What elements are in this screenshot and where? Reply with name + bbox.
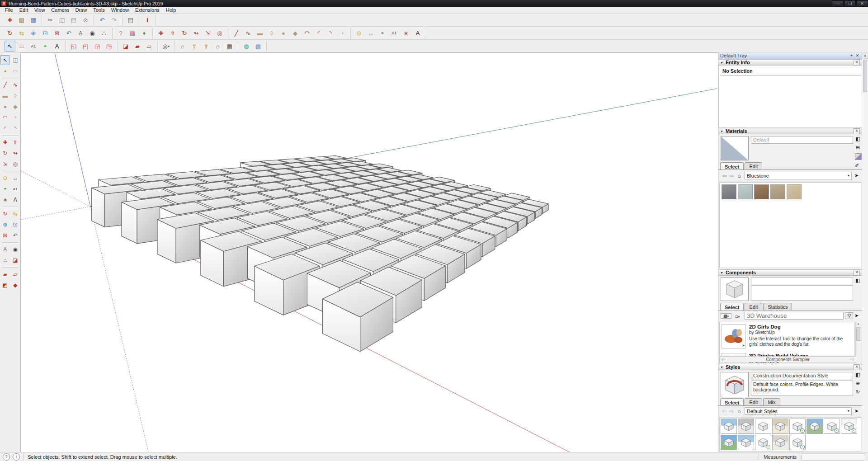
rectangle-button[interactable]: ▬ [255, 28, 265, 39]
pin-icon[interactable]: ⌖ [849, 53, 854, 58]
redo-button[interactable]: ↷ [108, 15, 119, 26]
scroll-up-icon[interactable]: ▲ [856, 322, 861, 327]
zoom-window-button[interactable]: ⊡ [11, 220, 20, 230]
cube-grid[interactable] [92, 155, 548, 351]
trim-button[interactable]: ◳ [104, 41, 114, 52]
push-pull-button[interactable]: ⇧ [167, 28, 178, 39]
style-thumbnail-13[interactable]: ✓ [789, 435, 806, 450]
in-model-icon[interactable]: ⌂▾ [731, 313, 743, 319]
scale-button[interactable]: ⇲ [0, 159, 10, 169]
orbit-button[interactable]: ↻ [5, 28, 15, 39]
secondary-pane-icon[interactable]: ◧ [854, 277, 861, 284]
zoom-button[interactable]: ⊕ [0, 220, 10, 230]
union-button[interactable]: ◰ [80, 41, 91, 52]
style-thumbnail-10[interactable] [738, 435, 754, 450]
rotate-button[interactable]: ↻ [0, 148, 10, 158]
prev-page-icon[interactable]: ⇦ [720, 356, 727, 362]
refresh-style-icon[interactable]: ↻ [854, 389, 861, 395]
component-name-field[interactable] [751, 278, 853, 284]
details-arrow-icon[interactable]: ➤ [853, 313, 860, 319]
pie-button[interactable]: ◔ [337, 28, 348, 39]
circle-button[interactable]: ● [278, 28, 289, 39]
dimension-button[interactable]: ↔ [365, 28, 376, 39]
polygon-button[interactable]: ◆ [290, 28, 301, 39]
position-camera-button[interactable]: ♙ [0, 245, 10, 254]
undo-button[interactable]: ↶ [97, 15, 108, 26]
axes-button[interactable]: ∗ [0, 195, 10, 205]
collapse-icon[interactable]: ▼ [720, 366, 723, 369]
styles-tab-edit[interactable]: Edit [745, 398, 762, 405]
in-model-icon[interactable]: ⌂ [735, 408, 743, 414]
select-button[interactable]: ↖ [5, 41, 15, 52]
measurements-field[interactable] [801, 453, 865, 461]
cut-button[interactable]: ✂ [45, 15, 56, 26]
menu-help[interactable]: Help [163, 7, 179, 13]
save-button[interactable]: ▦ [28, 15, 39, 26]
3d-text-button[interactable]: A [11, 195, 20, 205]
material-swatch-bluestone-beige[interactable] [787, 184, 802, 199]
forward-arrow-icon[interactable]: ⇨ [728, 408, 735, 414]
entity-info-close-icon[interactable]: ✕ [854, 60, 860, 66]
open-button[interactable]: ▨ [16, 15, 27, 26]
in-model-icon[interactable]: ⌂ [735, 173, 743, 179]
select-button[interactable]: ↖ [0, 55, 10, 65]
search-icon[interactable]: ⚲ [845, 312, 853, 319]
send-to-layout-button[interactable]: ➧ [139, 28, 150, 39]
print-button[interactable]: ▤ [125, 15, 136, 26]
scroll-thumb[interactable] [856, 327, 860, 341]
materials-header[interactable]: ▼ Materials ✕ [718, 128, 862, 134]
tape-measure-button[interactable]: ⊙ [0, 173, 10, 183]
styles-collection-dropdown[interactable]: Default Styles ▾ [745, 407, 852, 415]
style-thumbnail-8[interactable]: ✓ [841, 419, 857, 434]
status-help-icon[interactable]: ? [3, 453, 10, 461]
close-button[interactable]: ✕ [856, 0, 868, 6]
copy-button[interactable]: ◫ [57, 15, 67, 26]
3-point-arc-button[interactable]: ◜ [313, 28, 324, 39]
position-camera-button[interactable]: ♙ [75, 28, 86, 39]
freehand-button[interactable]: ∿ [11, 80, 20, 90]
style-thumbnail-12[interactable] [772, 435, 788, 450]
create-material-icon[interactable]: ⊞ [854, 144, 861, 151]
move-button[interactable]: ✚ [0, 137, 10, 147]
3d-text-button[interactable]: A [412, 28, 423, 39]
rectangle-button[interactable]: ▬ [0, 91, 10, 101]
style-thumbnail-1[interactable] [721, 419, 737, 434]
add-location-button[interactable]: ◍ [241, 41, 252, 52]
minimize-button[interactable]: — [832, 0, 844, 6]
section-style-button[interactable]: ◆ [11, 280, 20, 290]
section-plane-button[interactable]: ◪ [120, 41, 131, 52]
menu-camera[interactable]: Camera [48, 7, 72, 13]
eraser-button[interactable]: ▭ [16, 41, 27, 52]
model-viewport[interactable] [21, 52, 718, 452]
rotate-button[interactable]: ↻ [179, 28, 190, 39]
style-thumbnail-7[interactable]: ✓ [824, 419, 840, 434]
zoom-previous-button[interactable]: ↶ [11, 230, 20, 240]
tray-scrollbar[interactable]: ▲ [862, 52, 868, 452]
3d-text-button[interactable]: A [52, 41, 62, 52]
tape-measure-button[interactable]: ⊙ [354, 28, 364, 39]
tray-close-icon[interactable]: ✕ [854, 53, 860, 58]
freehand-button[interactable]: ∿ [243, 28, 254, 39]
details-arrow-icon[interactable]: ➤ [853, 408, 860, 414]
material-swatch-bluestone-brown[interactable] [754, 184, 769, 199]
search-sketchup-button[interactable]: ◎▾ [160, 41, 171, 52]
photo-textures-button[interactable]: ▧ [253, 41, 264, 52]
paste-button[interactable]: ▤ [68, 15, 79, 26]
scroll-up-icon[interactable]: ▲ [862, 52, 868, 59]
style-thumbnail-2[interactable] [738, 419, 754, 434]
components-search-input[interactable] [745, 312, 844, 320]
zoom-extents-button[interactable]: ⊠ [52, 28, 62, 39]
next-page-icon[interactable]: ⇨ [849, 356, 856, 362]
text-button[interactable]: A1 [11, 184, 20, 194]
display-section-planes-button[interactable]: ▰ [0, 269, 10, 279]
create-style-icon[interactable]: ⊕ [854, 380, 861, 387]
components-header[interactable]: ▼ Components ✕ [718, 269, 862, 276]
follow-me-button[interactable]: ↬ [191, 28, 202, 39]
offset-button[interactable]: ◎ [11, 159, 20, 169]
details-arrow-icon[interactable]: ➤ [853, 173, 860, 179]
display-section-fill-button[interactable]: ◩ [0, 280, 10, 290]
new-button[interactable]: ✚ [5, 15, 15, 26]
arc-button[interactable]: ◝ [11, 123, 20, 133]
collapse-icon[interactable]: ▼ [720, 130, 723, 133]
materials-close-icon[interactable]: ✕ [854, 128, 860, 134]
